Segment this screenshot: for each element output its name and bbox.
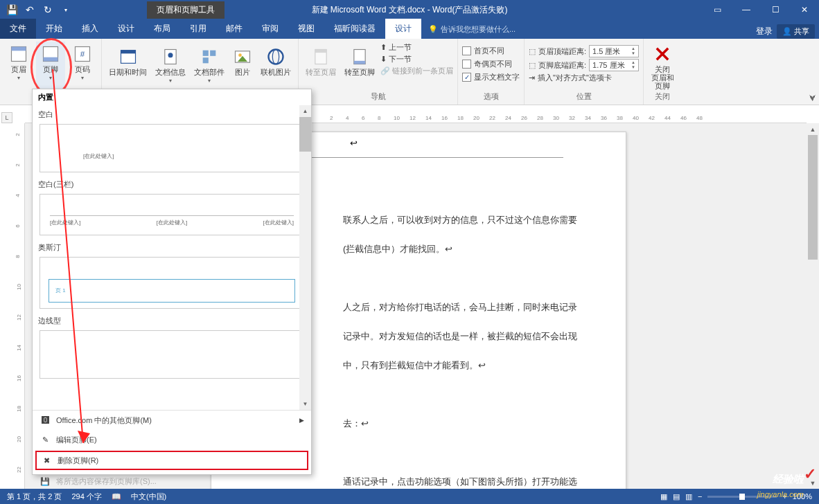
contextual-tab-title: 页眉和页脚工具 [147,1,224,19]
save-icon[interactable]: 💾 [4,2,19,17]
vertical-scrollbar[interactable]: ▲ ▼ [807,123,819,489]
header-button[interactable]: 页眉▾ [4,42,33,90]
page-number-button[interactable]: # 页码▾ [68,42,97,90]
undo-icon[interactable]: ↶ [22,2,37,17]
goto-header-icon [311,47,331,66]
gallery-footer-menu: 🅾 Office.com 中的其他页脚(M) ▶ ✎ 编辑页脚(E) ✖ 删除页… [33,410,311,491]
tab-view[interactable]: 视图 [288,19,324,39]
close-button[interactable]: ✕ [790,0,819,19]
prev-section-button[interactable]: ⬆上一节 [380,42,453,53]
login-link[interactable]: 登录 [756,26,773,37]
docinfo-button[interactable]: 文档信息▾ [152,42,188,90]
view-web-icon[interactable]: ▥ [685,492,692,501]
ribbon-tabs: 文件 开始 插入 设计 布局 引用 邮件 审阅 视图 福昕阅读器 设计 💡告诉我… [0,19,819,39]
show-doc-checkbox[interactable]: ✓显示文档文字 [462,71,520,84]
tab-mailings[interactable]: 邮件 [216,19,252,39]
tab-review[interactable]: 审阅 [252,19,288,39]
gallery-item-label: 边线型 [33,312,311,327]
gallery-item-blank3[interactable]: [在此处键入][在此处键入][在此处键入] [39,194,304,235]
align-tab-button[interactable]: ⇥插入"对齐方式"选项卡 [529,72,639,84]
gallery-item-austin[interactable]: 页 1 [39,257,304,309]
goto-footer-button[interactable]: 转至页脚 [342,42,378,90]
scroll-up-icon[interactable]: ▲ [299,105,311,117]
redo-icon[interactable]: ↻ [40,2,55,17]
next-section-button[interactable]: ⬇下一节 [380,53,453,65]
group-navigation: 转至页眉 转至页脚 ⬆上一节 ⬇下一节 🔗链接到前一条页眉 导航 [299,39,458,105]
body-line: 去：↩ [343,413,577,434]
edit-footer-item[interactable]: ✎ 编辑页脚(E) [33,430,311,449]
checkbox-checked-icon: ✓ [462,73,471,82]
ribbon-collapse-icon[interactable]: ⮟ [809,94,816,102]
tab-insert[interactable]: 插入 [72,19,108,39]
save-gallery-icon: 💾 [39,476,51,487]
gallery-item-label: 空白 [33,105,311,121]
tab-file[interactable]: 文件 [0,19,36,39]
footer-button[interactable]: 页脚▾ [36,42,65,90]
maximize-button[interactable]: ☐ [761,0,790,19]
footer-dist-icon: ⬚ [529,61,536,70]
footer-separator [274,157,563,158]
datetime-button[interactable]: 日期和时间 [106,42,150,90]
group-label-5: 位置 [529,90,639,103]
picture-button[interactable]: 图片 [230,42,255,90]
scroll-up-button[interactable]: ▲ [807,123,819,135]
remove-footer-item[interactable]: ✖ 删除页脚(R) [37,452,307,469]
tab-home[interactable]: 开始 [36,19,72,39]
cursor: ↩ [350,138,358,148]
docparts-icon [200,47,219,66]
goto-header-button[interactable]: 转至页眉 [303,42,339,90]
body-line: (拦截信息中）才能找回。↩ [343,239,577,260]
more-footers-item[interactable]: 🅾 Office.com 中的其他页脚(M) ▶ [33,411,311,430]
tab-layout[interactable]: 布局 [144,19,180,39]
view-read-icon[interactable]: ▤ [673,492,680,501]
scroll-thumb[interactable] [808,135,818,260]
gallery-item-edge[interactable] [39,330,304,379]
edit-icon: ✎ [39,434,51,445]
online-picture-button[interactable]: 联机图片 [258,42,294,90]
page-status[interactable]: 第 1 页，共 2 页 [7,492,62,502]
view-print-icon[interactable]: ▦ [660,492,667,501]
tell-me-search[interactable]: 💡告诉我您想要做什么... [421,20,522,39]
zoom-out-button[interactable]: − [698,492,702,501]
qat-more-icon[interactable]: ▾ [58,2,73,17]
remove-icon: ✖ [41,455,52,466]
scroll-thumb[interactable] [299,117,311,152]
docparts-button[interactable]: 文档部件▾ [191,42,227,90]
group-close: 关闭页眉和页脚 关闭 [644,39,681,105]
body-line: 联系人之后，可以收到对方的信息，只不过这个信息你需要 [343,210,577,231]
word-count[interactable]: 294 个字 [71,492,101,502]
gallery-item-blank[interactable]: [在此处键入] [39,124,304,172]
scroll-down-icon[interactable]: ▼ [299,398,311,410]
svg-point-16 [269,50,283,64]
language-status[interactable]: 中文(中国) [131,492,166,502]
window-title: 新建 Microsoft Word 文档.docx - Word(产品激活失败) [312,4,508,16]
tab-foxit[interactable]: 福昕阅读器 [324,19,385,39]
gallery-scrollbar[interactable]: ▲ ▼ [299,105,311,410]
diff-odd-checkbox[interactable]: 奇偶页不同 [462,57,520,71]
ribbon-options-icon[interactable]: ▭ [703,0,732,19]
diff-first-checkbox[interactable]: 首页不同 [462,44,520,57]
page-number-icon: # [73,44,92,64]
gallery-header: 内置 [33,89,311,105]
title-bar: 💾 ↶ ↻ ▾ 新建 Microsoft Word 文档.docx - Word… [0,0,819,19]
gallery-item-label: 空白(三栏) [33,175,311,191]
minimize-button[interactable]: — [732,0,761,19]
header-distance-input[interactable]: 1.5 厘米▲▼ [589,45,639,57]
footer-gallery-dropdown: 内置 空白 [在此处键入] 空白(三栏) [在此处键入][在此处键入][在此处键… [32,89,312,475]
spell-check-icon[interactable]: 📖 [112,492,121,501]
close-hf-button[interactable]: 关闭页眉和页脚 [648,42,677,90]
watermark-check-icon: ✓ [804,465,816,483]
align-tab-icon: ⇥ [529,73,535,82]
svg-rect-12 [203,57,209,63]
vertical-ruler[interactable]: 2246810121416182022 [14,123,25,489]
tab-references[interactable]: 引用 [180,19,216,39]
share-button[interactable]: 👤 共享 [777,24,815,39]
calendar-icon [118,47,138,66]
svg-rect-10 [203,51,209,56]
link-previous-button[interactable]: 🔗链接到前一条页眉 [380,65,453,77]
tab-hf-design[interactable]: 设计 [385,19,421,39]
tab-selector[interactable]: L [1,112,12,123]
header-dist-icon: ⬚ [529,47,536,56]
footer-distance-input[interactable]: 1.75 厘米▲▼ [589,59,639,71]
tab-design-main[interactable]: 设计 [108,19,144,39]
